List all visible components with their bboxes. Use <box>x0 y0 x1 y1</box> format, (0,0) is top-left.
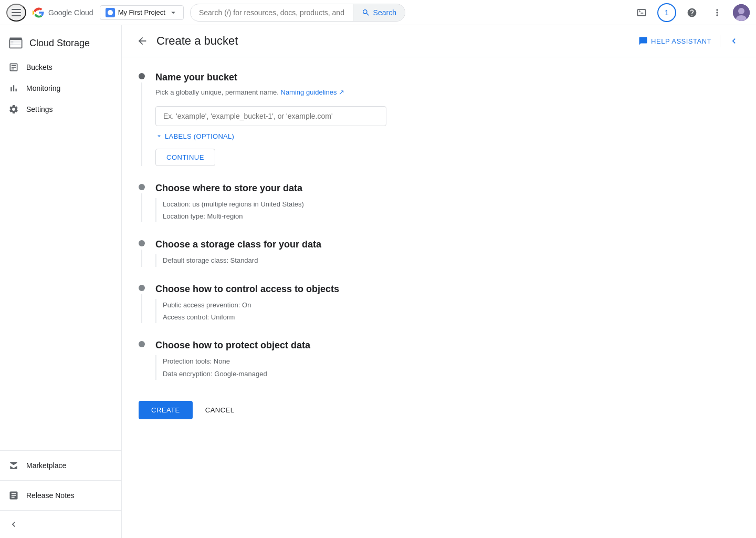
step-line-1 <box>141 82 142 166</box>
svg-point-5 <box>738 8 744 14</box>
sidebar-item-marketplace-label: Marketplace <box>26 461 66 470</box>
bucket-name-input[interactable] <box>155 106 386 126</box>
google-cloud-logo: Google Cloud <box>33 6 93 19</box>
step-location: Choose where to store your data Location… <box>139 183 525 223</box>
chevron-down-small-icon <box>155 132 163 140</box>
svg-rect-1 <box>12 12 21 13</box>
step-line-2 <box>141 193 142 223</box>
step-storage-class: Choose a storage class for your data Def… <box>139 239 525 266</box>
step-title-2: Choose where to store your data <box>155 183 525 194</box>
search-icon <box>362 8 370 17</box>
svg-point-3 <box>108 10 113 15</box>
step-detail-5: Protection tools: None Data encryption: … <box>155 355 525 380</box>
svg-rect-11 <box>11 44 21 45</box>
back-button[interactable] <box>134 33 150 49</box>
naming-guidelines-link[interactable]: Naming guidelines ↗ <box>281 88 345 96</box>
header-right-actions: HELP ASSISTANT <box>634 32 743 50</box>
user-avatar[interactable] <box>733 4 750 21</box>
create-button[interactable]: CREATE <box>139 401 193 419</box>
sidebar-item-buckets-label: Buckets <box>26 63 52 71</box>
project-name: My First Project <box>118 8 165 16</box>
release-notes-icon <box>8 490 19 501</box>
collapse-panel-icon <box>729 36 739 46</box>
step-title-5: Choose how to protect object data <box>155 340 525 351</box>
step-indicator-1 <box>139 72 145 166</box>
sidebar-collapse-btn[interactable] <box>0 515 117 534</box>
svg-rect-13 <box>12 65 16 66</box>
sidebar-item-release-notes-label: Release Notes <box>26 491 75 500</box>
continue-button[interactable]: CONTINUE <box>155 149 215 166</box>
step-indicator-5 <box>139 340 145 380</box>
page-header-left: Create a bucket <box>134 33 238 49</box>
step-indicator-4 <box>139 284 145 324</box>
step-protect-data: Choose how to protect object data Protec… <box>139 340 525 380</box>
cloud-storage-icon <box>8 36 23 50</box>
sidebar-item-release-notes[interactable]: Release Notes <box>0 485 117 506</box>
labels-toggle[interactable]: LABELS (OPTIONAL) <box>155 132 234 140</box>
main-content: Create a bucket HELP ASSISTANT <box>122 25 756 538</box>
bottom-actions: CREATE CANCEL <box>139 397 525 432</box>
terminal-icon-btn[interactable] <box>632 3 651 22</box>
step-dot-4 <box>139 285 145 291</box>
step-title-4: Choose how to control access to objects <box>155 284 525 295</box>
sidebar-item-monitoring[interactable]: Monitoring <box>0 78 117 99</box>
svg-rect-0 <box>12 9 21 10</box>
sidebar-item-settings-label: Settings <box>26 105 53 113</box>
svg-rect-14 <box>12 67 16 68</box>
app-layout: Cloud Storage Buckets Monitoring Setting… <box>0 25 756 538</box>
help-icon-btn[interactable] <box>682 3 701 22</box>
top-nav: Google Cloud My First Project Search 1 <box>0 0 756 25</box>
step-body-5: Choose how to protect object data Protec… <box>155 340 525 380</box>
step-subtitle-1: Pick a globally unique, permanent name. … <box>155 87 525 98</box>
step-title-1: Name your bucket <box>155 72 525 83</box>
more-icon-btn[interactable] <box>708 3 727 22</box>
logo-text: Google Cloud <box>48 8 93 17</box>
step-dot-3 <box>139 240 145 246</box>
step-body-2: Choose where to store your data Location… <box>155 183 525 223</box>
sidebar-bottom: Marketplace Release Notes <box>0 446 121 538</box>
sidebar-item-marketplace[interactable]: Marketplace <box>0 455 117 476</box>
help-assistant-button[interactable]: HELP ASSISTANT <box>634 33 716 49</box>
sidebar-divider-1 <box>0 450 121 451</box>
step-body-3: Choose a storage class for your data Def… <box>155 239 525 266</box>
chevron-down-icon <box>169 8 178 17</box>
sidebar-item-buckets[interactable]: Buckets <box>0 57 117 78</box>
cancel-button[interactable]: CANCEL <box>199 401 241 419</box>
step-indicator-3 <box>139 239 145 266</box>
collapse-panel-button[interactable] <box>724 32 743 50</box>
step-title-3: Choose a storage class for your data <box>155 239 525 250</box>
step-line-3 <box>141 250 142 266</box>
search-button-label: Search <box>373 8 396 17</box>
step-dot-1 <box>139 73 145 79</box>
settings-icon <box>8 104 19 115</box>
sidebar-service-header: Cloud Storage <box>0 29 121 57</box>
step-line-4 <box>141 294 142 324</box>
step-detail-4: Public access prevention: On Access cont… <box>155 299 525 324</box>
step-dot-5 <box>139 341 145 347</box>
step-indicator-2 <box>139 183 145 223</box>
step-body-1: Name your bucket Pick a globally unique,… <box>155 72 525 166</box>
search-bar: Search <box>190 4 405 22</box>
marketplace-icon <box>8 460 19 471</box>
help-assistant-label: HELP ASSISTANT <box>651 37 711 45</box>
step-dot-2 <box>139 184 145 190</box>
monitoring-icon <box>8 83 19 94</box>
step-detail-2: Location: us (multiple regions in United… <box>155 198 525 223</box>
sidebar-divider-2 <box>0 480 121 481</box>
collapse-sidebar-icon <box>8 519 19 530</box>
svg-rect-15 <box>12 69 14 70</box>
notification-badge[interactable]: 1 <box>657 3 676 22</box>
project-selector[interactable]: My First Project <box>100 5 184 20</box>
sidebar-item-settings[interactable]: Settings <box>0 99 117 120</box>
sidebar: Cloud Storage Buckets Monitoring Setting… <box>0 25 122 538</box>
step-detail-3: Default storage class: Standard <box>155 254 525 266</box>
project-icon <box>106 8 115 17</box>
step-body-4: Choose how to control access to objects … <box>155 284 525 324</box>
page-header: Create a bucket HELP ASSISTANT <box>122 25 756 57</box>
search-button[interactable]: Search <box>353 4 405 21</box>
back-arrow-icon <box>136 35 148 47</box>
sidebar-service-title: Cloud Storage <box>29 38 90 49</box>
sidebar-divider-3 <box>0 510 121 511</box>
hamburger-menu[interactable] <box>6 4 26 22</box>
search-input[interactable] <box>191 4 353 21</box>
